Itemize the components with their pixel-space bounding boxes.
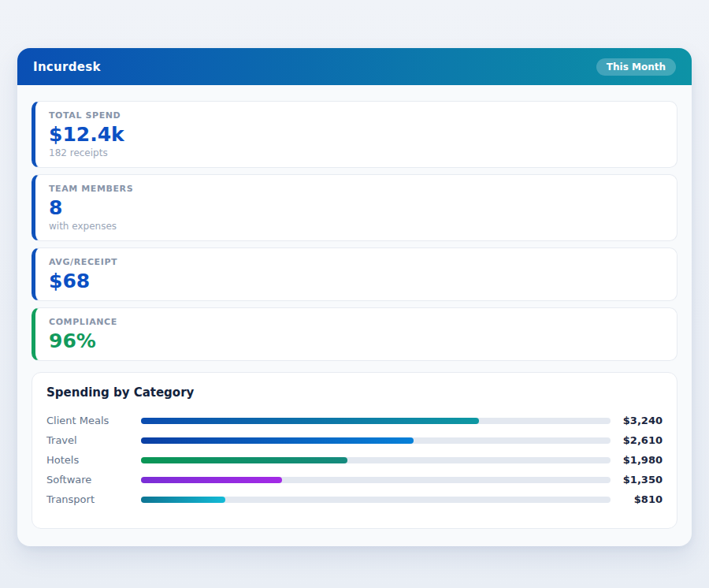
stat-sub: 182 receipts xyxy=(49,147,663,158)
bar-track xyxy=(141,418,611,424)
stat-label: TOTAL SPEND xyxy=(49,110,663,121)
app-title: Incurdesk xyxy=(33,60,101,74)
category-label: Client Meals xyxy=(46,415,141,426)
app-header: Incurdesk This Month xyxy=(17,48,692,85)
category-value: $1,980 xyxy=(611,454,663,466)
bar-fill xyxy=(141,477,282,483)
stat-label: COMPLIANCE xyxy=(49,317,663,327)
chart-row: Client Meals $3,240 xyxy=(46,411,663,430)
stat-value: $68 xyxy=(49,270,663,292)
category-value: $2,610 xyxy=(611,434,663,446)
app-container: Incurdesk This Month TOTAL SPEND $12.4k … xyxy=(17,48,692,546)
bar-fill xyxy=(141,437,414,444)
stat-value: $12.4k xyxy=(49,124,663,145)
main-content: TOTAL SPEND $12.4k 182 receipts TEAM MEM… xyxy=(17,85,692,546)
stat-value: 8 xyxy=(49,197,663,218)
chart-rows: Client Meals $3,240 Travel $2,610 Hotels… xyxy=(46,411,663,509)
category-value: $810 xyxy=(611,493,663,505)
stat-label: AVG/RECEIPT xyxy=(49,257,663,267)
chart-row: Hotels $1,980 xyxy=(46,450,663,470)
stat-value: 96% xyxy=(49,330,663,352)
category-label: Hotels xyxy=(46,454,141,466)
stat-sub: with expenses xyxy=(49,221,663,232)
bar-track xyxy=(141,457,611,463)
bar-track xyxy=(141,437,611,444)
bar-fill xyxy=(141,497,225,503)
period-badge-button[interactable]: This Month xyxy=(596,58,676,76)
category-value: $1,350 xyxy=(611,474,663,486)
stat-card: TEAM MEMBERS 8 with expenses xyxy=(32,174,677,241)
chart-title: Spending by Category xyxy=(46,385,663,400)
stat-card: COMPLIANCE 96% xyxy=(32,307,677,361)
bar-fill xyxy=(141,418,479,424)
category-label: Software xyxy=(46,474,141,486)
category-label: Travel xyxy=(46,434,141,446)
chart-row: Software $1,350 xyxy=(46,470,663,489)
chart-row: Transport $810 xyxy=(46,489,663,509)
chart-row: Travel $2,610 xyxy=(46,430,663,450)
category-label: Transport xyxy=(46,493,141,505)
bar-track xyxy=(141,497,611,503)
stat-card: TOTAL SPEND $12.4k 182 receipts xyxy=(32,101,677,168)
stat-card: AVG/RECEIPT $68 xyxy=(32,247,677,301)
spending-chart-card: Spending by Category Client Meals $3,240… xyxy=(32,372,677,529)
bar-fill xyxy=(141,457,347,463)
category-value: $3,240 xyxy=(611,415,663,426)
stats-section: TOTAL SPEND $12.4k 182 receipts TEAM MEM… xyxy=(32,101,677,361)
bar-track xyxy=(141,477,611,483)
stat-label: TEAM MEMBERS xyxy=(49,184,663,194)
